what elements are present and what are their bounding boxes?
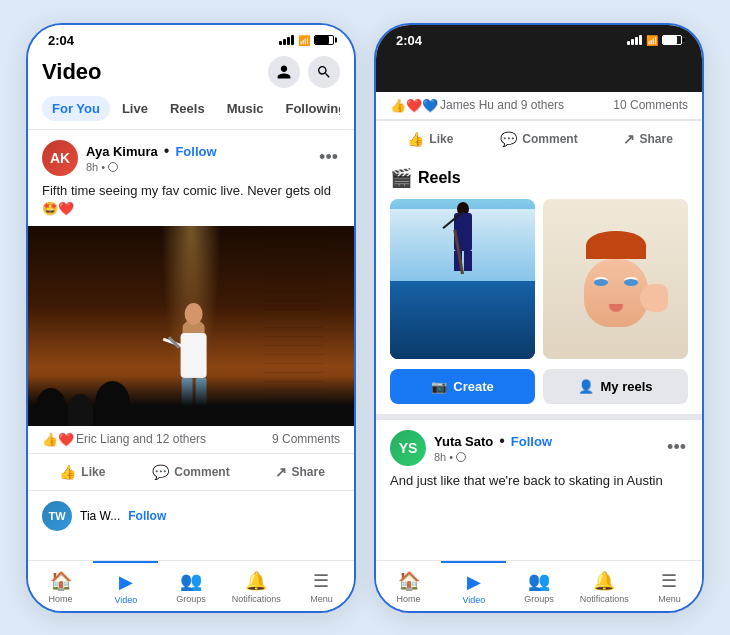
post-text-left: Fifth time seeing my fav comic live. Nev… [28,182,354,226]
tabs-left: For You Live Reels Music Following [42,96,340,123]
my-reels-btn[interactable]: 👤 My reels [543,369,688,404]
myreels-icon: 👤 [578,379,594,394]
time-right: 2:04 [396,33,422,48]
post-text-right2: And just like that we're back to skating… [376,472,702,498]
author-line-2: Yuta Sato • Follow [434,432,657,450]
post-image-left[interactable] [28,226,354,426]
avatar-yuta: YS [390,430,426,466]
tab-following[interactable]: Following [275,96,340,121]
signal-icon [279,35,294,45]
video-icon-left: ▶ [119,571,133,593]
menu-icon-right: ☰ [661,570,677,592]
profile-icon-btn[interactable] [268,56,300,88]
menu-icon-left: ☰ [313,570,329,592]
globe-icon-left [108,162,118,172]
battery-icon [314,35,334,45]
avatar-partial: TW [42,501,72,531]
header-icons-left [268,56,340,88]
emoji-reactions-right: 👍❤️💙 [390,98,438,113]
reactions-left: 👍❤️ Eric Liang and 12 others [42,432,206,447]
reels-title: Reels [418,169,461,187]
follow-btn-right2[interactable]: Follow [511,434,552,449]
post-author-name: Aya Kimura [86,144,158,159]
post-time-right2: 8h • [434,451,657,463]
tab-live[interactable]: Live [112,96,158,121]
reel-card-1[interactable] [390,199,535,359]
tab-reels[interactable]: Reels [160,96,215,121]
author-name-2: Yuta Sato [434,434,493,449]
nav-groups-left[interactable]: 👥 Groups [158,561,223,611]
comments-count-left: 9 Comments [272,432,340,447]
nav-home-right[interactable]: 🏠 Home [376,561,441,611]
time-left: 2:04 [48,33,74,48]
status-icons-left: 📶 [279,35,334,46]
like-icon-left: 👍 [59,464,76,480]
tab-for-you[interactable]: For You [42,96,110,121]
bottom-nav-right: 🏠 Home ▶ Video 👥 Groups 🔔 Notifications … [376,560,702,611]
post-header-left: AK Aya Kimura • Follow 8h • ••• [28,130,354,182]
status-bar-right: 2:04 📶 [376,25,702,52]
post-actions-right: 👍 Like 💬 Comment ↗ Share [376,120,702,157]
nav-menu-left[interactable]: ☰ Menu [289,561,354,611]
nav-notifications-left[interactable]: 🔔 Notifications [224,561,289,611]
reactions-row-right: 👍❤️💙 James Hu and 9 others 10 Comments [376,92,702,120]
comment-icon-right: 💬 [500,131,517,147]
nav-video-left[interactable]: ▶ Video [93,561,158,611]
status-icons-right: 📶 [627,35,682,46]
search-icon [316,64,332,80]
post-actions-left: 👍 Like 💬 Comment ↗ Share [28,453,354,490]
nav-video-right[interactable]: ▶ Video [441,561,506,611]
video-top-dark [376,52,702,92]
battery-icon-right [662,35,682,45]
left-phone: 2:04 📶 Video [26,23,356,613]
video-icon-right: ▶ [467,571,481,593]
reels-buttons: 📷 Create 👤 My reels [390,369,688,404]
post-reactions-left: 👍❤️ Eric Liang and 12 others 9 Comments [28,426,354,453]
partial-name: Tia W... [80,509,120,523]
like-icon-right: 👍 [407,131,424,147]
nav-groups-right[interactable]: 👥 Groups [506,561,571,611]
partial-follow[interactable]: Follow [128,509,166,523]
nav-notifications-right[interactable]: 🔔 Notifications [572,561,637,611]
share-btn-right[interactable]: ↗ Share [593,123,702,155]
comments-count-right: 10 Comments [613,98,688,113]
tab-music[interactable]: Music [217,96,274,121]
home-icon-right: 🏠 [398,570,420,592]
search-icon-btn[interactable] [308,56,340,88]
wifi-icon: 📶 [298,35,310,46]
post-meta-left: Aya Kimura • Follow 8h • [86,142,309,173]
comment-icon-left: 💬 [152,464,169,480]
more-btn-left[interactable]: ••• [317,147,340,168]
like-btn-left[interactable]: 👍 Like [28,456,137,488]
share-icon-right: ↗ [623,131,635,147]
reels-header-icon: 🎬 [390,167,412,189]
partial-post-left: TW Tia W... Follow [28,490,354,541]
like-btn-right[interactable]: 👍 Like [376,123,485,155]
reel-card-2[interactable] [543,199,688,359]
nav-menu-right[interactable]: ☰ Menu [637,561,702,611]
reactions-left-right: 👍❤️💙 James Hu and 9 others [390,98,564,113]
create-reel-btn[interactable]: 📷 Create [390,369,535,404]
left-post: AK Aya Kimura • Follow 8h • ••• Fif [28,129,354,490]
status-bar-left: 2:04 📶 [28,25,354,52]
signal-icon-right [627,35,642,45]
reels-section: 🎬 Reels [376,157,702,414]
post-meta-right2: Yuta Sato • Follow 8h • [434,432,657,463]
page-title-left: Video [42,59,102,85]
more-btn-right2[interactable]: ••• [665,437,688,458]
groups-icon-right: 👥 [528,570,550,592]
follow-btn-left[interactable]: Follow [175,144,216,159]
comment-btn-right[interactable]: 💬 Comment [485,123,594,155]
share-icon-left: ↗ [275,464,287,480]
reels-grid [390,199,688,359]
notifications-icon-left: 🔔 [245,570,267,592]
home-icon-left: 🏠 [50,570,72,592]
comment-btn-left[interactable]: 💬 Comment [137,456,246,488]
reactors-right: James Hu and 9 others [440,98,564,112]
left-header: Video For You Live Reels Music Following [28,52,354,129]
nav-home-left[interactable]: 🏠 Home [28,561,93,611]
share-btn-left[interactable]: ↗ Share [245,456,354,488]
right-post-2: YS Yuta Sato • Follow 8h • ••• And [376,414,702,498]
wifi-icon-right: 📶 [646,35,658,46]
globe-icon-right2 [456,452,466,462]
